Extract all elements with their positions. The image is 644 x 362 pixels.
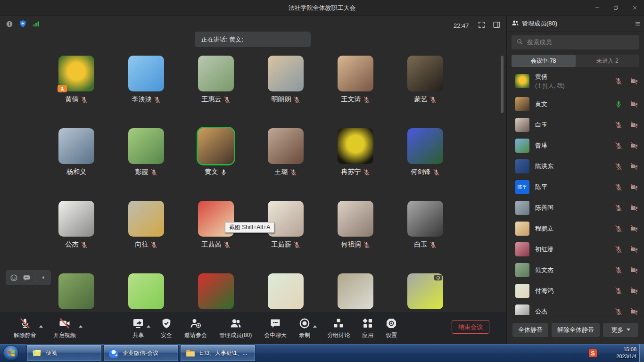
sogou-icon[interactable]: S [589,349,597,357]
taskbar-button[interactable]: 便笺 [26,345,102,362]
participant-tile[interactable]: 彭霞 [128,128,164,176]
camera-off-icon[interactable] [630,100,638,108]
toolbar-record[interactable]: 录制 [293,317,316,339]
mic-muted-icon[interactable] [615,163,622,170]
toolbar-invite[interactable]: 邀请参会 [178,317,213,339]
taskbar-button[interactable]: 企业微信-会议 [103,345,179,362]
toolbar-apps[interactable]: 应用 [356,317,380,339]
end-meeting-button[interactable]: 结束会议 [452,320,489,334]
restore-button[interactable] [606,0,625,16]
participant-tile[interactable]: 王璐 [268,128,304,176]
shield-plus-icon[interactable] [19,20,27,28]
camera-off-icon[interactable] [630,142,638,149]
mic-muted-icon[interactable] [615,308,622,315]
participant-tile[interactable]: 蒙艺 [407,56,443,104]
camera-off-icon[interactable] [630,121,638,129]
taskbar-button[interactable]: E:\3、人事处\1、... [180,345,256,362]
tab-in-meeting[interactable]: 会议中·78 [512,55,576,67]
participant-tile[interactable]: 何祖润 [338,201,373,249]
caret-up-icon[interactable] [313,325,317,328]
more-button[interactable]: 更多 [603,323,638,337]
member-row[interactable]: 范文杰 [507,260,644,280]
caret-up-icon[interactable] [39,325,43,328]
participant-tile[interactable]: 何剑锋 [407,128,443,176]
member-row[interactable]: 曾琳 [507,135,644,156]
member-row[interactable]: 黄倩 (主持人, 我) [507,68,644,94]
signal-icon[interactable] [33,20,40,27]
participant-tile[interactable]: 公杰 [58,201,94,249]
caret-up-icon[interactable] [147,325,150,328]
camera-off-icon[interactable] [630,77,638,85]
camera-off-icon[interactable] [630,308,638,315]
member-row[interactable]: 初红漫 [507,239,644,260]
participant-tile[interactable]: 黄倩 [58,56,94,104]
taskbar-clock[interactable]: 15:08 2023/1/4 [616,346,636,360]
toolbar-mic-muted[interactable]: 解除静音 [8,317,42,339]
member-row[interactable]: 白玉 [507,115,644,135]
participant-tile[interactable]: 黄文 [198,128,234,176]
participant-name: 黄文 [205,168,218,176]
show-desktop-button[interactable] [639,344,644,362]
member-row[interactable]: 程鹏立 [507,218,644,239]
toolbar-breakout[interactable]: 分组讨论 [321,317,356,339]
member-row[interactable]: 陈善国 [507,197,644,218]
camera-off-icon[interactable] [630,183,638,191]
mic-muted-icon[interactable] [615,183,622,191]
caret-up-icon[interactable] [79,325,83,328]
minimize-button[interactable] [587,0,606,16]
mic-muted-icon[interactable] [615,77,622,85]
grid-scrollbar[interactable] [501,56,504,113]
mic-on-icon[interactable] [615,100,622,108]
mic-muted-icon[interactable] [615,225,622,232]
participant-tile[interactable]: 冉苏宁 [338,128,373,176]
toolbar-chat[interactable]: 会中聊天 [258,317,293,339]
tab-not-joined[interactable]: 未进入·2 [576,55,640,67]
mic-muted-icon[interactable] [615,246,622,253]
mic-muted-icon[interactable] [615,142,622,149]
chat-bubble-icon[interactable] [23,274,31,282]
participant-tile[interactable]: 王文涛 [338,56,373,104]
toolbar-members[interactable]: 管理成员(80) [213,317,258,339]
participant-tile[interactable]: 明朗朗 [268,56,304,104]
camera-off-icon[interactable] [630,246,638,253]
member-search-input[interactable]: 搜索成员 [512,35,639,49]
member-row[interactable]: 陈洪东 [507,156,644,177]
layout-toggle-button[interactable] [493,21,501,31]
mic-muted-icon[interactable] [615,204,622,212]
participant-tile[interactable]: 白玉 [407,201,443,249]
participant-tile[interactable]: 王惠云 [198,56,234,104]
toolbar-cam-muted[interactable]: 开启视频 [47,317,82,339]
mic-muted-icon[interactable] [615,287,622,295]
mic-muted-icon [150,169,157,176]
camera-off-icon[interactable] [630,163,638,170]
mute-all-button[interactable]: 全体静音 [512,323,548,337]
mic-muted-icon [81,241,88,248]
participant-tile[interactable]: 向往 [128,201,164,249]
info-icon[interactable] [6,20,13,28]
start-button[interactable] [3,345,19,361]
toolbar-share[interactable]: 共享 [126,317,150,339]
fullscreen-button[interactable] [478,21,486,31]
participant-tile[interactable]: 李泱泱 [128,56,164,104]
sidebar-menu-button[interactable] [631,16,644,31]
member-row[interactable]: 黄文 [507,94,644,115]
mic-muted-icon[interactable] [615,121,622,129]
toolbar-settings[interactable]: 设置 [380,317,403,339]
member-row[interactable]: 公杰 [507,301,644,315]
screen-badge-icon [434,275,442,280]
camera-off-icon[interactable] [630,225,638,232]
smiley-icon[interactable] [10,274,18,282]
invite-icon [190,318,201,329]
mic-muted-icon[interactable] [615,266,622,274]
participant-tile[interactable]: 杨和义 [58,128,94,176]
member-row[interactable]: 陈平 陈平 [507,177,644,197]
breakout-icon [333,318,344,329]
camera-off-icon[interactable] [630,204,638,212]
collapse-arrow-icon[interactable] [40,274,47,281]
camera-off-icon[interactable] [630,287,638,295]
toolbar-shield-check[interactable]: 安全 [155,317,178,339]
close-button[interactable] [625,0,644,16]
unmute-all-button[interactable]: 解除全体静音 [552,323,600,337]
member-row[interactable]: 付海鸿 [507,280,644,301]
camera-off-icon[interactable] [630,266,638,274]
